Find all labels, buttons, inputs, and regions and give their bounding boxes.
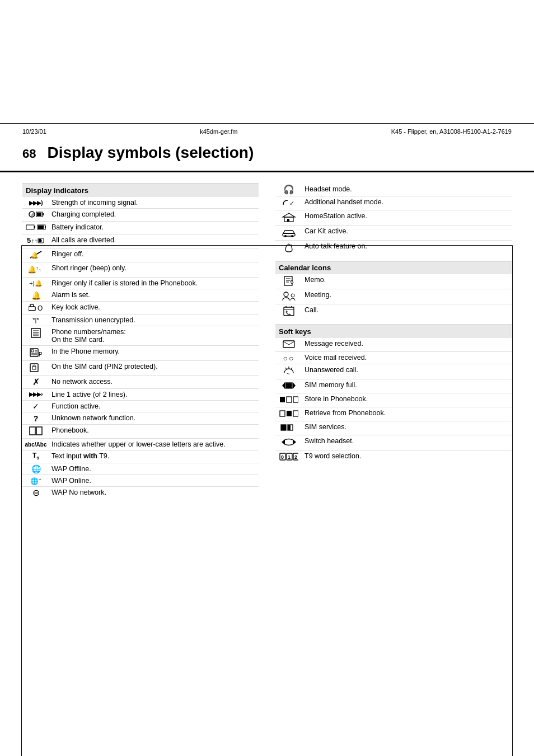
auto-talk-icon: ↑ [283,242,295,253]
memo-icon [283,276,294,287]
svg-marker-78 [293,439,296,445]
short-ringer-icon: 🔔 ↑ ↑ [27,264,44,275]
svg-point-44 [291,235,293,237]
table-row: 🌐 WAP Offline. [22,463,259,475]
svg-line-60 [285,368,287,369]
icon-cell: ▶▶▶› [22,388,49,400]
table-row: *|* Transmission unencrypted. [22,314,259,326]
svg-rect-58 [283,341,294,348]
table-row: 5 ↑↑ All calls are diverted. [22,234,259,248]
header-date: 10/23/01 [22,128,46,135]
table-row: abc/Abc Indicates whether upper or lower… [22,439,259,450]
svg-point-51 [284,292,288,297]
wap-offline-icon: 🌐 [31,465,41,473]
table-row: +|🔔 Ringer only if caller is stored in t… [22,278,259,289]
svg-text:✓: ✓ [289,200,294,206]
switch-headset-icon [280,437,297,448]
icon-cell: 🌐 [22,463,49,475]
svg-rect-72 [293,411,298,416]
desc-cell: Phone numbers/names:On the SIM card. [49,326,259,345]
svg-rect-6 [34,226,35,228]
icon-cell: 0 1 2 [275,450,302,464]
icon-cell: 5 ↑↑ [22,234,49,248]
desc-cell: Auto talk feature on. [302,241,512,256]
desc-cell: WAP Offline. [49,463,259,475]
table-row: SIM services. [275,421,512,435]
icon-cell [22,360,49,375]
svg-text:🔔: 🔔 [31,251,39,259]
icon-cell [275,407,302,421]
desc-cell: Battery indicator. [49,222,259,234]
table-row: Car Kit active. [275,226,512,241]
desc-cell: Ringer off. [49,248,259,262]
page-number: 68 [22,147,36,161]
icon-cell: ✓ [22,400,49,412]
svg-rect-13 [39,239,41,242]
phonebook-icon [29,426,43,436]
meeting-icon [282,291,296,302]
table-row: T9 Text input with T9. [22,450,259,463]
table-row: 🌐+ WAP Online. [22,475,259,487]
svg-text:5: 5 [27,236,31,245]
desc-cell: SIM services. [302,421,512,435]
icon-cell: 🔔 ↑ ↑ [22,262,49,278]
voicemail-icon: ○○ [283,354,295,362]
desc-cell: Charging completed. [49,209,259,222]
icon-cell: 🔔 [22,289,49,302]
headset-icon: 🎧 [283,185,294,194]
table-row: P In the Phone memory. [22,345,259,360]
desc-cell: No network access. [49,375,259,388]
icon-cell [275,393,302,407]
desc-cell: T9 word selection. [302,450,512,464]
page-title-area: 68 Display symbols (selection) [0,139,534,172]
battery-icon [26,223,46,232]
svg-marker-77 [282,439,285,445]
signal-strength-icon: ▶▶▶) [29,200,42,206]
svg-marker-39 [283,213,295,217]
svg-rect-65 [286,383,292,388]
icon-cell: abc/Abc [22,439,49,450]
icon-cell [275,274,302,289]
desc-cell: HomeStation active. [302,210,512,226]
content-area: Display indicators ▶▶▶) Strength of inco… [0,184,534,499]
svg-text:0: 0 [281,454,284,460]
icon-cell: ? [22,412,49,425]
margin-line-right [512,246,513,756]
header-filename: k45dm-ger.fm [200,128,237,135]
sim-pin2-icon [30,363,42,374]
ringer-off-icon: 🔔 [29,250,43,260]
table-row: ▶▶▶› Line 1 active (of 2 lines). [22,388,259,400]
unencrypted-icon: *|* [32,317,39,323]
desc-cell: WAP Online. [49,475,259,487]
store-phonebook-icon [279,395,298,405]
desc-cell: Text input with T9. [49,450,259,463]
calendar-table: Memo. [275,274,512,319]
sim-card-icon [31,328,41,339]
svg-rect-68 [287,397,292,402]
desc-cell: Unanswered call. [302,364,512,379]
left-column: Display indicators ▶▶▶) Strength of inco… [22,184,259,499]
svg-text:~: ~ [287,371,289,376]
desc-cell: Indicates whether upper or lower-case le… [49,439,259,450]
icon-cell: P [22,345,49,360]
table-row: ⊖ WAP No network. [22,487,259,500]
table-row: ? Unknown network function. [22,412,259,425]
function-active-icon: ✓ [32,402,39,410]
table-row: ▶▶▶) Strength of incoming signal. [22,197,259,209]
alarm-icon: 🔔 [31,292,41,299]
svg-rect-4 [43,213,44,215]
svg-rect-5 [26,225,34,229]
soft-keys-header: Soft keys [275,325,512,338]
table-row: 🎧 Headset mode. [275,184,512,196]
line1-active-icon: ▶▶▶› [29,392,42,397]
table-row: Memo. [275,274,512,289]
table-row: 0 1 2 T9 word selection. [275,450,512,464]
icon-cell [275,421,302,435]
desc-cell: Car Kit active. [302,226,512,241]
desc-cell: Store in Phonebook. [302,393,512,407]
svg-marker-66 [293,382,296,389]
phone-memory-icon: P [30,348,42,359]
margin-line-left [21,246,22,756]
svg-rect-22 [31,328,40,337]
desc-cell: Line 1 active (of 2 lines). [49,388,259,400]
